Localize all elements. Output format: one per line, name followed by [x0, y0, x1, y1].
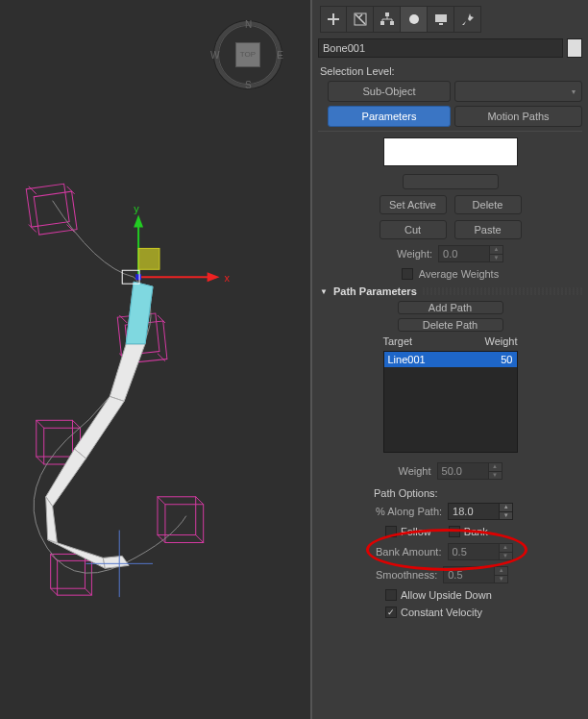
paste-button[interactable]: Paste — [454, 220, 522, 239]
tab-hierarchy[interactable] — [374, 6, 401, 33]
rollout-toggle-icon[interactable]: ▼ — [320, 287, 328, 296]
svg-line-14 — [37, 420, 44, 428]
svg-marker-37 — [126, 282, 153, 344]
svg-rect-45 — [138, 248, 159, 269]
svg-line-15 — [73, 420, 81, 428]
path-options-label: Path Options: — [374, 487, 582, 499]
along-path-spinner[interactable]: ▲▼ — [448, 503, 513, 520]
svg-point-51 — [409, 14, 419, 24]
weight-col-header: Weight — [484, 335, 517, 347]
command-panel: Selection Level: Sub-Object Parameters M… — [312, 0, 588, 719]
object-color-swatch[interactable] — [567, 38, 582, 58]
svg-rect-53 — [439, 23, 443, 25]
svg-marker-32 — [75, 396, 125, 459]
set-active-button[interactable]: Set Active — [380, 195, 447, 214]
svg-marker-41 — [134, 215, 143, 228]
svg-marker-31 — [110, 344, 145, 402]
weight2-spinner[interactable]: ▲▼ — [437, 462, 502, 480]
bank-amount-label: Bank Amount: — [376, 546, 442, 558]
bank-checkbox[interactable] — [449, 526, 460, 537]
sub-object-dropdown[interactable] — [454, 81, 582, 102]
tab-motion[interactable] — [401, 6, 428, 33]
svg-marker-33 — [46, 449, 86, 507]
controller-list[interactable] — [383, 137, 518, 166]
svg-marker-43 — [208, 272, 220, 282]
svg-line-28 — [51, 588, 58, 595]
delete-controller-button[interactable]: Delete — [454, 195, 522, 214]
svg-line-20 — [158, 497, 165, 505]
target-col-header: Target — [383, 335, 485, 347]
viewcube-face[interactable]: TOP — [235, 42, 260, 67]
svg-line-23 — [196, 535, 204, 543]
selection-level-label: Selection Level: — [320, 65, 582, 77]
along-path-label: % Along Path: — [376, 506, 442, 517]
path-target-list[interactable]: Line001 50 — [383, 351, 518, 453]
sub-object-button[interactable]: Sub-Object — [328, 81, 451, 102]
viewport[interactable]: x y TOP N S E W — [0, 0, 312, 719]
add-path-button[interactable]: Add Path — [398, 301, 503, 314]
list-item[interactable]: Line001 50 — [384, 352, 517, 367]
motion-paths-button[interactable]: Motion Paths — [454, 106, 582, 127]
viewcube[interactable]: TOP N S E W — [214, 21, 282, 88]
svg-rect-50 — [390, 21, 394, 25]
svg-line-4 — [29, 225, 37, 233]
tab-display[interactable] — [428, 6, 454, 33]
tab-modify[interactable] — [347, 6, 374, 33]
average-weights-checkbox[interactable] — [402, 268, 413, 280]
svg-line-3 — [67, 186, 75, 194]
delete-path-button[interactable]: Delete Path — [398, 318, 503, 332]
weight2-label: Weight — [398, 465, 430, 477]
blank-button[interactable] — [403, 174, 499, 189]
average-weights-label: Average Weights — [419, 268, 499, 280]
allow-upside-checkbox[interactable] — [385, 589, 397, 601]
path-parameters-header[interactable]: Path Parameters — [333, 285, 417, 297]
tab-create[interactable] — [320, 6, 347, 33]
svg-rect-48 — [385, 12, 389, 16]
axis-x-label: x — [225, 272, 231, 284]
object-name-input[interactable] — [318, 38, 563, 58]
bank-amount-spinner[interactable]: ▲▼ — [448, 543, 513, 560]
svg-line-16 — [37, 457, 44, 464]
parameters-button[interactable]: Parameters — [328, 106, 451, 127]
svg-rect-52 — [435, 14, 447, 22]
viewport-scene: x y — [0, 0, 310, 714]
weight-label: Weight: — [397, 248, 432, 260]
svg-line-29 — [85, 588, 91, 595]
smoothness-spinner[interactable]: ▲▼ — [443, 566, 508, 583]
svg-marker-36 — [103, 556, 129, 568]
axis-y-label: y — [134, 203, 139, 214]
follow-checkbox[interactable] — [385, 526, 397, 537]
const-velocity-checkbox[interactable]: ✓ — [385, 607, 397, 618]
svg-rect-44 — [135, 274, 141, 280]
smoothness-label: Smoothness: — [376, 569, 437, 581]
svg-rect-49 — [380, 21, 384, 25]
cut-button[interactable]: Cut — [380, 220, 447, 239]
tab-utilities[interactable] — [454, 6, 481, 33]
svg-line-21 — [196, 497, 204, 505]
weight-spinner[interactable]: ▲▼ — [438, 245, 503, 262]
